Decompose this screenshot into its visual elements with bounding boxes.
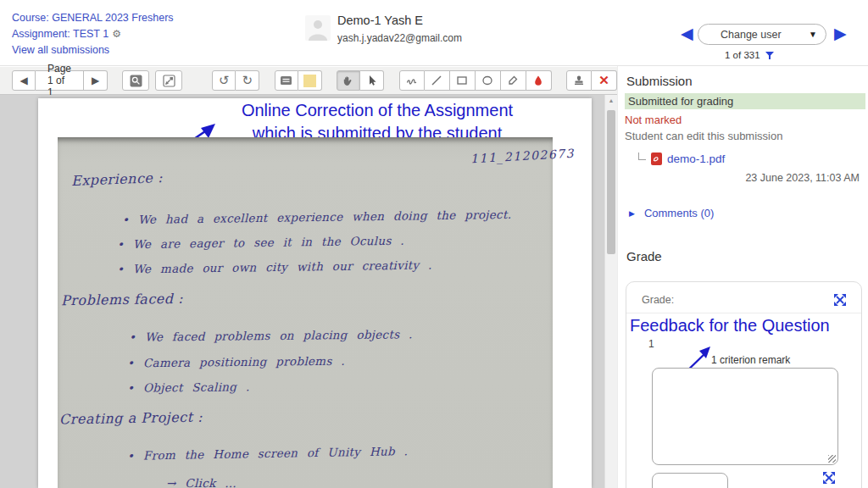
annotation-toolbar: ◀ Page 1 of 1 ▶ ↺ ↻	[0, 67, 617, 95]
handwriting-line: • Camera positioning problems .	[127, 354, 345, 370]
handwriting-line: • Object Scaling .	[127, 380, 250, 395]
handwriting-line: → Click ...	[166, 476, 236, 488]
rectangle-icon	[455, 74, 469, 87]
collapse-grade-icon[interactable]	[834, 294, 846, 306]
search-comments-button[interactable]	[122, 70, 149, 91]
expand-view-button[interactable]	[155, 70, 182, 91]
yellow-swatch-icon	[303, 75, 316, 87]
tree-connector-icon	[638, 152, 646, 160]
rotate-left-button[interactable]: ↺	[212, 70, 236, 91]
red-droplet-icon	[531, 74, 545, 87]
handwriting-line: • We faced problems on placing objects .	[129, 327, 413, 344]
assignment-link[interactable]: Assignment: TEST 1⚙	[12, 26, 174, 42]
pen-tool-button[interactable]	[399, 70, 425, 91]
handwriting-line: Problems faced :	[61, 291, 183, 309]
chevron-down-icon: ▼	[809, 30, 817, 39]
pen-scribble-icon	[405, 74, 419, 87]
breadcrumb: Course: GENERAL 2023 Freshers Assignment…	[12, 10, 174, 58]
status-editable: Student can edit this submission	[625, 130, 782, 142]
submission-file-link[interactable]: demo-1.pdf	[667, 152, 725, 165]
previous-user-button[interactable]: ◀	[681, 24, 693, 44]
pan-tool-button[interactable]	[337, 70, 360, 91]
criterion-remark-textarea[interactable]	[652, 368, 838, 465]
hand-icon	[342, 74, 355, 87]
criterion-index: 1	[648, 338, 654, 350]
student-email: yash.j.yadav22@gmail.com	[337, 32, 462, 44]
grading-sidebar: Submission Submitted for grading Not mar…	[617, 66, 868, 488]
handwriting-line: • We made our own city with our creativi…	[117, 258, 432, 275]
submission-timestamp: 23 June 2023, 11:03 AM	[745, 172, 860, 184]
submission-heading: Submission	[626, 74, 693, 88]
scroll-up-icon[interactable]: ▲	[605, 97, 617, 103]
annotation-color-button[interactable]	[526, 70, 552, 91]
viewer-scrollbar[interactable]: ▲	[604, 95, 617, 488]
criterion-remark-label: 1 criterion remark	[711, 354, 790, 366]
change-user-dropdown[interactable]: Change user ▼	[698, 24, 826, 45]
document-viewer[interactable]: Online Correction of the Assignment whic…	[0, 95, 604, 488]
pdf-icon	[651, 152, 662, 165]
stamp-tool-button[interactable]	[566, 70, 592, 91]
handwriting-line: • We had a excellent experience when doi…	[122, 208, 511, 226]
comment-icon	[280, 75, 292, 86]
page-indicator: Page 1 of 1	[36, 70, 84, 91]
expand-icon	[163, 75, 175, 87]
prev-page-button[interactable]: ◀	[12, 70, 36, 91]
gear-icon[interactable]: ⚙	[112, 28, 121, 40]
filter-icon[interactable]	[765, 52, 774, 59]
oval-tool-button[interactable]	[476, 70, 501, 91]
comments-label: Comments (0)	[644, 207, 714, 219]
pdf-page: Online Correction of the Assignment whic…	[38, 98, 592, 488]
next-page-button[interactable]: ▶	[84, 70, 108, 91]
next-user-button[interactable]: ▶	[834, 24, 847, 44]
grade-card: Grade: Feedback for the Question 1 1 cri…	[626, 281, 862, 488]
cursor-icon	[365, 74, 379, 87]
delete-annotation-button[interactable]: ✕	[592, 70, 617, 91]
collapse-section-icon[interactable]	[823, 472, 835, 484]
handwriting-line: Creating a Project :	[59, 409, 203, 428]
grade-heading: Grade	[626, 249, 662, 263]
select-tool-button[interactable]	[360, 70, 384, 91]
search-comments-icon	[130, 75, 142, 87]
highlight-tool-button[interactable]	[501, 70, 526, 91]
rectangle-tool-button[interactable]	[450, 70, 476, 91]
view-all-submissions-link[interactable]: View all submissions	[12, 42, 174, 58]
grade-input[interactable]	[652, 473, 728, 488]
handwriting-line: • From the Home screen of Unity Hub .	[127, 444, 408, 463]
avatar	[305, 15, 331, 41]
grade-label: Grade:	[642, 294, 674, 306]
submission-file-row[interactable]: demo-1.pdf	[638, 152, 725, 165]
comment-color-button[interactable]	[298, 70, 322, 91]
divider	[626, 313, 861, 313]
line-icon	[430, 74, 443, 87]
student-name: Demo-1 Yash E	[337, 14, 423, 27]
user-counter: 1 of 331	[725, 50, 774, 60]
handwriting-line: Experience :	[71, 169, 163, 189]
status-submitted-badge: Submitted for grading	[625, 93, 865, 109]
header: Course: GENERAL 2023 Freshers Assignment…	[0, 0, 868, 66]
feedback-annotation: Feedback for the Question	[630, 316, 830, 336]
oval-icon	[481, 74, 494, 87]
line-tool-button[interactable]	[425, 70, 450, 91]
comments-toggle[interactable]: ▶ Comments (0)	[629, 207, 714, 219]
change-user-label: Change user	[721, 29, 782, 41]
comment-tool-button[interactable]	[275, 70, 298, 91]
resize-handle[interactable]	[828, 455, 836, 463]
person-icon	[305, 15, 331, 41]
scrollbar-thumb[interactable]	[607, 110, 615, 254]
handwriting-line: 111_21202673	[470, 147, 576, 165]
stamp-icon	[572, 74, 586, 87]
grading-app: Course: GENERAL 2023 Freshers Assignment…	[0, 0, 868, 488]
status-not-marked: Not marked	[625, 114, 682, 126]
rotate-right-button[interactable]: ↻	[236, 70, 259, 91]
collapsed-triangle-icon: ▶	[629, 209, 635, 218]
highlighter-icon	[506, 74, 520, 87]
handwriting-line: • We are eager to see it in the Oculus .	[117, 234, 404, 252]
course-link[interactable]: Course: GENERAL 2023 Freshers	[12, 10, 174, 26]
handwritten-submission-photo: 111_21202673 Experience : • We had a exc…	[58, 137, 553, 488]
